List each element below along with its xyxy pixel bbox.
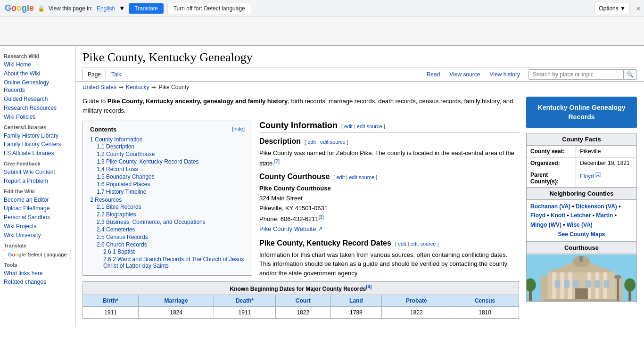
tab-view-history[interactable]: View history — [485, 69, 525, 80]
toc-item-1-4: 1.4 Record Loss — [97, 165, 245, 173]
section-heading-description: Description [ edit | edit source ] — [259, 137, 519, 146]
toc-link-2-2[interactable]: 2.2 Biographies — [97, 211, 136, 218]
courthouse-image-row — [527, 254, 637, 301]
toc-link-2-6-1[interactable]: 2.6.1 Baptist — [103, 248, 135, 255]
neighbor-mingo[interactable]: Mingo (WV) — [530, 222, 561, 228]
toc-link-2-3[interactable]: 2.3 Business, Commerce, and Occupations — [97, 219, 206, 225]
sidebar-item-what-links[interactable]: What links here — [4, 269, 71, 278]
sidebar-item-submit-wiki[interactable]: Submit Wiki Content — [4, 168, 71, 177]
organized-row: Organized: December 19, 1821 — [527, 157, 637, 169]
section-heading-description-text: Description — [259, 137, 301, 146]
toc-link-1[interactable]: 1 County Information — [90, 136, 142, 143]
neighbor-dickenson[interactable]: Dickenson (VA) — [576, 203, 617, 210]
sidebar-item-online-records[interactable]: Online Genealogy Records — [4, 78, 71, 95]
record-dates-table: Known Beginning Dates for Major County R… — [83, 281, 519, 319]
section-heading-courthouse-text: County Courthouse — [259, 173, 330, 181]
neighbor-buchanan[interactable]: Buchanan (VA) — [530, 203, 570, 210]
sidebar-item-family-history-library[interactable]: Family History Library — [4, 132, 71, 140]
toc-link-1-7[interactable]: 1.7 History Timeline — [97, 189, 146, 195]
col-header-birth: Birth* — [83, 295, 139, 307]
table-cell-court: 1822 — [275, 307, 330, 319]
neighbor-wise[interactable]: Wise (VA) — [567, 222, 593, 228]
parent-county-link[interactable]: Floyd — [580, 173, 594, 180]
content-body: Guide to Pike County, Kentucky ancestry,… — [75, 93, 644, 326]
county-info-edit-link[interactable]: edit — [344, 123, 353, 129]
toc-link-1-4[interactable]: 1.4 Record Loss — [97, 166, 138, 173]
tab-page[interactable]: Page — [83, 69, 106, 81]
toc-item-2-6-1: 2.6.1 Baptist — [103, 248, 245, 255]
table-title-text: Known Beginning Dates for Major County R… — [230, 286, 366, 292]
courthouse-phone-ref: [3] — [319, 214, 324, 220]
section-heading-courthouse: County Courthouse [ edit | edit source ] — [259, 173, 519, 181]
record-dates-edit-source-link[interactable]: edit source — [411, 241, 436, 247]
county-info-edit-links: [ edit | edit source ] — [341, 123, 385, 129]
close-button[interactable]: × — [636, 5, 640, 12]
courthouse-website-link[interactable]: Pike County Website ↗ — [259, 225, 323, 232]
g-logo-small: Google — [8, 252, 26, 257]
options-button[interactable]: Options ▼ — [594, 3, 630, 14]
turn-off-button[interactable]: Turn off for: Detect language — [167, 3, 251, 14]
toc-item-1-2: 1.2 County Courthouse — [97, 150, 245, 158]
toc-list: 1 County Information 1.1 Description 1.2… — [90, 136, 245, 271]
sidebar-item-upload-file[interactable]: Upload File/Image — [4, 204, 71, 213]
toc-item-2-4: 2.4 Cemeteries — [97, 226, 245, 233]
toc-item-2-6: 2.6 Church Records 2.6.1 Baptist 2.6.2 W… — [97, 241, 245, 270]
sidebar-item-wiki-projects[interactable]: Wiki Projects — [4, 222, 71, 231]
sidebar-item-research-resources[interactable]: Research Resources — [4, 104, 71, 113]
sidebar-item-about[interactable]: About the Wiki — [4, 69, 71, 78]
sidebar-item-become-editor[interactable]: Become an Editor — [4, 196, 71, 205]
breadcrumb-ky[interactable]: Kentucky — [126, 84, 149, 90]
select-language-button[interactable]: Google Select Language — [4, 250, 71, 259]
organized-value: December 19, 1821 — [576, 157, 637, 169]
record-dates-edit-links: [ edit | edit source ] — [395, 241, 439, 247]
sidebar-section-tools: Tools — [4, 259, 71, 269]
sidebar-item-family-history-centers[interactable]: Family History Centers — [4, 140, 71, 149]
toc-link-1-5[interactable]: 1.5 Boundary Changes — [97, 173, 155, 180]
sidebar-item-personal-sandbox[interactable]: Personal Sandbox — [4, 213, 71, 222]
see-county-maps-link[interactable]: See County Maps — [558, 231, 605, 238]
sidebar-item-wiki-university[interactable]: Wiki University — [4, 231, 71, 240]
toc-link-1-1[interactable]: 1.1 Description — [97, 143, 134, 150]
description-edit-link[interactable]: edit — [307, 139, 316, 145]
toc-link-2-1[interactable]: 2.1 Bible Records — [97, 204, 141, 210]
parent-county-label: Parent County(s): — [527, 169, 576, 188]
toc-link-1-2[interactable]: 1.2 County Courthouse — [97, 151, 155, 157]
county-info-edit-source-link[interactable]: edit source — [357, 123, 382, 129]
intro-plain: Guide to — [83, 98, 107, 105]
neighbor-letcher[interactable]: Letcher — [570, 212, 591, 219]
record-dates-edit-link[interactable]: edit — [398, 241, 406, 247]
sidebar-item-fs-affiliate[interactable]: FS Affiliate Libraries — [4, 149, 71, 158]
sidebar-item-wiki-policies[interactable]: Wiki Policies — [4, 113, 71, 122]
toc-hide-button[interactable]: [hide] — [232, 126, 245, 133]
sidebar-item-guided-research[interactable]: Guided Research — [4, 95, 71, 104]
toc-link-2-4[interactable]: 2.4 Cemeteries — [97, 226, 135, 233]
description-edit-source-link[interactable]: edit source — [320, 139, 346, 145]
toc-item-2-2: 2.2 Biographies — [97, 211, 245, 218]
toc-link-2[interactable]: 2 Resources — [90, 197, 122, 203]
neighbor-floyd[interactable]: Floyd — [530, 212, 545, 219]
neighbor-martin[interactable]: Martin — [596, 212, 613, 219]
county-seat-label: County seat: — [527, 146, 576, 157]
sidebar-item-related-changes[interactable]: Related changes — [4, 278, 71, 287]
breadcrumb-us[interactable]: United States — [83, 84, 116, 90]
sidebar-item-wiki-home[interactable]: Wiki Home — [4, 60, 71, 69]
ky-records-button[interactable]: Kentucky Online Genealogy Records — [526, 97, 637, 128]
search-button[interactable]: 🔍 — [623, 70, 636, 79]
language-select[interactable]: English — [97, 5, 115, 12]
sidebar-section-feedback: Give Feedback — [4, 158, 71, 168]
neighbor-knott[interactable]: Knott — [551, 212, 565, 219]
tab-view-source[interactable]: View source — [445, 69, 485, 80]
courthouse-edit-link[interactable]: edit — [336, 174, 345, 180]
toc-link-1-6[interactable]: 1.6 Populated Places — [97, 181, 150, 188]
toc-link-2-6[interactable]: 2.6 Church Records — [97, 241, 147, 248]
tab-talk[interactable]: Talk — [106, 69, 126, 80]
parent-county-value: Floyd [1] — [576, 169, 637, 188]
toc-link-1-3[interactable]: 1.3 Pike County, Kentucky Record Dates — [97, 158, 199, 165]
translate-button[interactable]: Translate — [129, 3, 164, 14]
sidebar-item-report-problem[interactable]: Report a Problem — [4, 177, 71, 186]
toc-link-2-6-2[interactable]: 2.6.2 Ward and Branch Records of The Chu… — [103, 256, 244, 269]
toc-link-2-5[interactable]: 2.5 Census Records — [97, 234, 148, 240]
tab-read[interactable]: Read — [422, 69, 445, 80]
search-input[interactable] — [529, 70, 623, 79]
courthouse-edit-source-link[interactable]: edit source — [349, 174, 374, 180]
